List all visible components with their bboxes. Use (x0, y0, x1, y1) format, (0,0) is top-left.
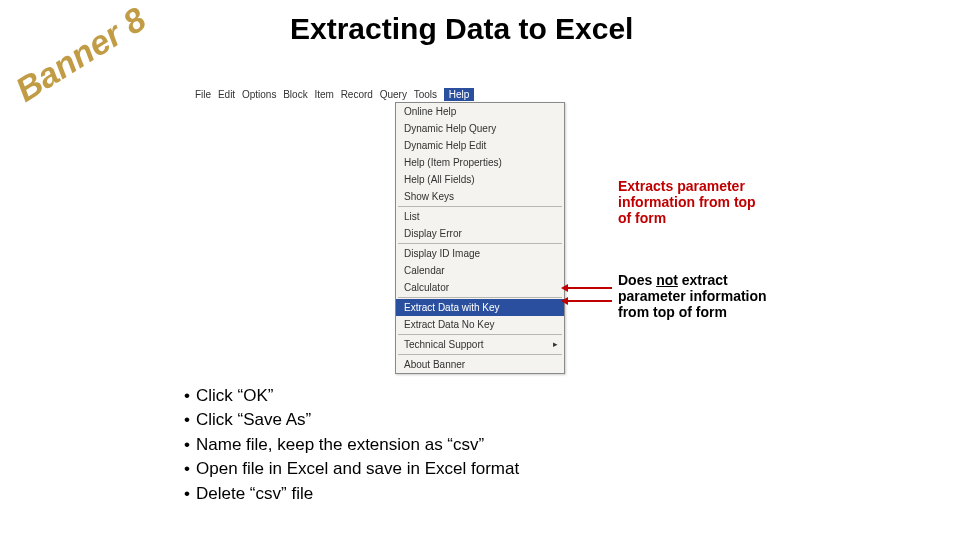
menu-item-technical-support[interactable]: Technical Support (396, 336, 564, 353)
menu-item-online-help[interactable]: Online Help (396, 103, 564, 120)
bullet-dot: • (178, 410, 196, 430)
callout-does-not-extract: Does not extract parameter information f… (618, 272, 768, 320)
menu-item-show-keys[interactable]: Show Keys (396, 188, 564, 205)
menu-block[interactable]: Block (283, 89, 307, 100)
menu-item-about-banner[interactable]: About Banner (396, 356, 564, 373)
menu-divider (398, 334, 562, 335)
bullet-dot: • (178, 386, 196, 406)
menu-item-display-error[interactable]: Display Error (396, 225, 564, 242)
menu-item-list[interactable]: List (396, 208, 564, 225)
instruction-item: •Click “OK” (178, 386, 519, 406)
instruction-text: Click “Save As” (196, 410, 311, 430)
menu-item-extract-data-with-key[interactable]: Extract Data with Key (396, 299, 564, 316)
menu-divider (398, 354, 562, 355)
menu-item-display-id-image[interactable]: Display ID Image (396, 245, 564, 262)
app-stamp: Banner 8 (9, 0, 153, 110)
menu-tools[interactable]: Tools (414, 89, 437, 100)
instruction-text: Open file in Excel and save in Excel for… (196, 459, 519, 479)
menu-options[interactable]: Options (242, 89, 276, 100)
menu-item-extract-data-no-key[interactable]: Extract Data No Key (396, 316, 564, 333)
menu-record[interactable]: Record (341, 89, 373, 100)
menu-item-help-all-fields[interactable]: Help (All Fields) (396, 171, 564, 188)
instruction-item: •Click “Save As” (178, 410, 519, 430)
menu-query[interactable]: Query (380, 89, 407, 100)
menu-edit[interactable]: Edit (218, 89, 235, 100)
callout-c2-pre: Does (618, 272, 656, 288)
instruction-text: Name file, keep the extension as “csv” (196, 435, 484, 455)
menu-item-calculator[interactable]: Calculator (396, 279, 564, 296)
menu-item-dynamic-help-edit[interactable]: Dynamic Help Edit (396, 137, 564, 154)
menu-file[interactable]: File (195, 89, 211, 100)
menu-item-calendar[interactable]: Calendar (396, 262, 564, 279)
menu-divider (398, 206, 562, 207)
arrow-to-extract-with-key (567, 287, 612, 289)
callout-c2-not: not (656, 272, 678, 288)
menu-divider (398, 243, 562, 244)
instruction-item: •Name file, keep the extension as “csv” (178, 435, 519, 455)
page-title: Extracting Data to Excel (290, 12, 633, 46)
bullet-dot: • (178, 435, 196, 455)
instruction-text: Delete “csv” file (196, 484, 313, 504)
menu-help[interactable]: Help (444, 88, 475, 101)
callout-extracts: Extracts parameter information from top … (618, 178, 768, 226)
menu-divider (398, 297, 562, 298)
menu-item-dynamic-help-query[interactable]: Dynamic Help Query (396, 120, 564, 137)
instruction-item: •Open file in Excel and save in Excel fo… (178, 459, 519, 479)
bullet-dot: • (178, 459, 196, 479)
menu-bar: File Edit Options Block Item Record Quer… (195, 88, 465, 101)
instruction-text: Click “OK” (196, 386, 273, 406)
bullet-dot: • (178, 484, 196, 504)
help-dropdown: Online HelpDynamic Help QueryDynamic Hel… (395, 102, 565, 374)
arrow-to-extract-no-key (567, 300, 612, 302)
menu-item[interactable]: Item (314, 89, 333, 100)
menu-item-help-item-properties[interactable]: Help (Item Properties) (396, 154, 564, 171)
instruction-list: •Click “OK”•Click “Save As”•Name file, k… (178, 386, 519, 508)
instruction-item: •Delete “csv” file (178, 484, 519, 504)
